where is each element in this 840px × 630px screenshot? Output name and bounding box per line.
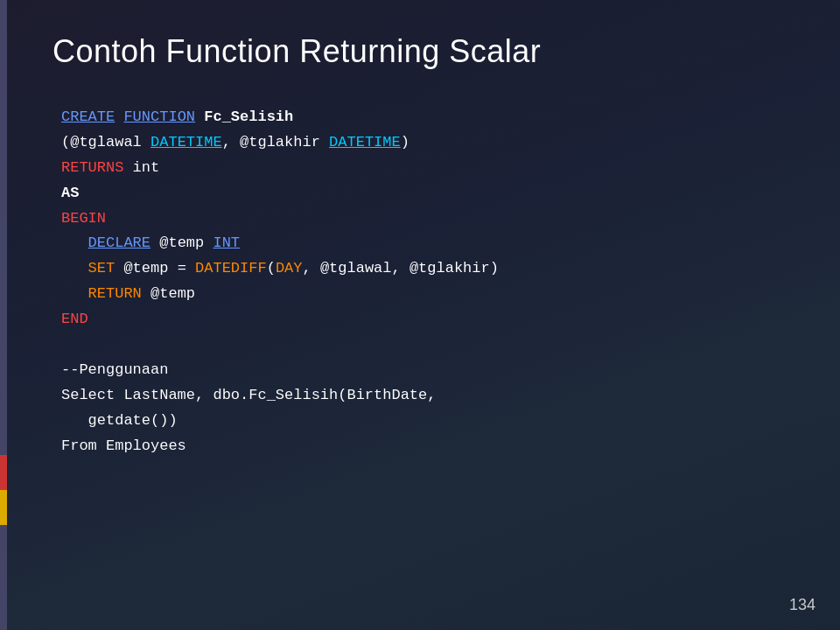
kw-declare: DECLARE [88, 234, 150, 251]
kw-datediff: DATEDIFF [195, 260, 267, 276]
bar-top [0, 0, 7, 455]
code-line-11: --Penggunaan [61, 358, 779, 383]
page-number: 134 [789, 596, 816, 614]
code-line-7: SET @temp = DATEDIFF(DAY, @tglawal, @tgl… [61, 256, 779, 282]
kw-function: FUNCTION [123, 108, 195, 125]
code-line-8: RETURN @temp [61, 282, 779, 307]
kw-datetime1: DATETIME [150, 134, 222, 150]
kw-datetime2: DATETIME [329, 134, 401, 150]
code-line-14: From Employees [61, 434, 779, 459]
code-line-5: BEGIN [61, 206, 779, 232]
code-line-9: END [61, 307, 779, 332]
code-line-10 [61, 332, 779, 358]
code-line-2: (@tglawal DATETIME, @tglakhir DATETIME) [61, 130, 779, 156]
bar-last [0, 525, 7, 630]
kw-set: SET [88, 260, 116, 276]
code-block: CREATE FUNCTION Fc_Selisih (@tglawal DAT… [0, 88, 840, 476]
kw-create: CREATE [61, 108, 115, 125]
slide-title: Contoh Function Returning Scalar [52, 33, 788, 70]
bar-mid-red [0, 455, 7, 490]
slide: Contoh Function Returning Scalar CREATE … [0, 0, 840, 630]
code-line-12: Select LastName, dbo.Fc_Selisih(BirthDat… [61, 383, 779, 409]
kw-int: INT [213, 234, 240, 251]
code-line-1: CREATE FUNCTION Fc_Selisih [61, 105, 779, 130]
code-line-13: getdate()) [61, 409, 779, 434]
kw-end: END [61, 311, 88, 327]
kw-begin: BEGIN [61, 210, 106, 227]
kw-return: RETURN [88, 285, 142, 302]
left-accent-bar [0, 0, 7, 630]
kw-returns: RETURNS [61, 159, 123, 176]
bar-bottom-yellow [0, 490, 7, 525]
code-line-6: DECLARE @temp INT [61, 231, 779, 256]
title-area: Contoh Function Returning Scalar [0, 0, 840, 88]
code-line-4: AS [61, 181, 779, 206]
code-line-3: RETURNS int [61, 156, 779, 181]
kw-day: DAY [276, 260, 303, 276]
